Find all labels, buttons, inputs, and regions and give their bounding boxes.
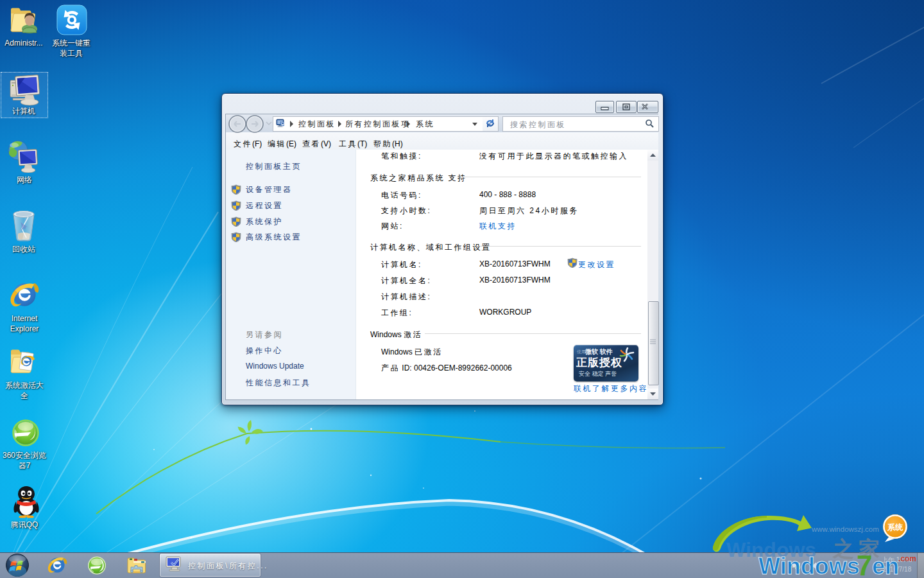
svg-text:www.windowszj.com: www.windowszj.com xyxy=(811,525,879,533)
svg-text:7: 7 xyxy=(857,550,872,578)
svg-text:Windows: Windows xyxy=(758,553,860,578)
svg-text:.com: .com xyxy=(898,554,916,563)
svg-text:en: en xyxy=(872,553,899,578)
